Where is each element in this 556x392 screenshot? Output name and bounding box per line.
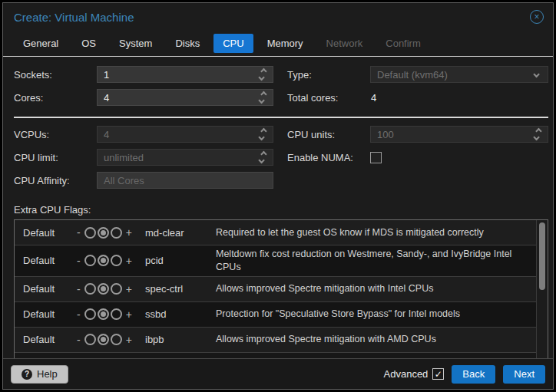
sockets-field [97,66,273,83]
flag-name: ssbd [145,308,216,320]
tab-system[interactable]: System [110,34,161,53]
vcpus-label: VCPUs: [14,129,97,140]
back-button[interactable]: Back [452,365,495,384]
advanced-label: Advanced [384,368,429,380]
plus-icon[interactable]: + [124,308,134,321]
slider-default-option[interactable] [98,255,109,266]
flag-row-pcid: Default - + pcid Meltdown fix cost reduc… [15,245,536,277]
spinner-down-icon [258,157,264,163]
flag-tri-state-slider: - + [74,226,145,239]
tab-general[interactable]: General [14,34,68,53]
minus-icon[interactable]: - [74,226,83,239]
cpu-limit-input [98,152,253,163]
sockets-label: Sockets: [14,69,97,81]
close-icon[interactable]: × [530,10,544,24]
flag-row-spec-ctrl: Default - + spec-ctrl Allows improved Sp… [15,277,536,302]
tab-memory[interactable]: Memory [258,34,313,53]
flag-tri-state-slider: - + [74,334,145,346]
minus-icon[interactable]: - [74,308,83,321]
flag-name: spec-ctrl [145,283,216,295]
plus-icon[interactable]: + [124,334,134,346]
help-button[interactable]: ? Help [11,365,68,384]
slider-default-option[interactable] [98,308,109,320]
minus-icon[interactable]: - [74,255,83,267]
flag-tri-state-slider: - + [74,308,145,321]
vcpus-spinner [253,127,273,142]
slider-on-option[interactable] [111,255,122,266]
slider-default-option[interactable] [98,283,109,295]
flag-value: Default [15,255,74,266]
cpu-form: Sockets: Cores: [3,57,553,361]
slider-off-option[interactable] [84,283,96,295]
advanced-section-divider [14,117,548,118]
cpu-units-spinner [528,127,548,142]
tab-os[interactable]: OS [72,34,105,53]
flag-row-md-clear: Default - + md-clear Required to let the… [15,220,536,245]
slider-default-option[interactable] [98,334,109,345]
plus-icon[interactable]: + [124,255,134,267]
spinner-down-icon[interactable] [258,97,264,104]
cpu-units-input [371,129,528,140]
spinner-down-icon[interactable] [258,74,264,81]
cpu-affinity-label: CPU Affinity: [14,175,97,186]
flag-description: Allows improved Spectre mitigation with … [216,333,536,346]
minus-icon[interactable]: - [74,283,83,295]
flag-name: md-clear [145,227,216,239]
slider-on-option[interactable] [111,334,122,345]
cpu-units-label: CPU units: [287,129,370,140]
vcpus-input [98,129,253,140]
sockets-spinner[interactable] [253,67,273,82]
cores-spinner[interactable] [253,90,273,105]
flag-row-ssbd: Default - + ssbd Protection for "Specula… [15,302,536,328]
spinner-down-icon [258,134,264,140]
plus-icon[interactable]: + [124,226,134,239]
type-label: Type: [287,69,370,81]
slider-default-option[interactable] [98,227,109,239]
enable-numa-checkbox[interactable] [370,152,382,163]
flag-value: Default [15,308,74,320]
slider-off-option[interactable] [84,308,96,320]
slider-off-option[interactable] [84,227,96,239]
slider-off-option[interactable] [84,334,96,345]
cpu-affinity-field [97,172,273,189]
cpu-limit-spinner [253,150,273,165]
advanced-checkbox[interactable]: ✓ [432,368,444,380]
minus-icon[interactable]: - [74,334,83,346]
plus-icon[interactable]: + [124,283,134,295]
cpu-affinity-input[interactable] [98,175,273,186]
scrollbar-thumb[interactable] [539,222,545,290]
total-cores-label: Total cores: [287,92,370,104]
flag-value: Default [15,334,74,345]
flag-name: pcid [145,255,216,266]
next-button[interactable]: Next [503,365,545,384]
create-vm-dialog: Create: Virtual Machine × General OS Sys… [2,2,554,390]
slider-off-option[interactable] [84,255,96,266]
tab-network: Network [317,34,372,53]
slider-on-option[interactable] [111,227,122,239]
help-question-icon: ? [22,369,32,380]
chevron-down-icon [528,72,548,77]
flag-name: ibpb [145,334,216,345]
sockets-input[interactable] [98,69,253,81]
slider-on-option[interactable] [111,308,122,320]
flag-row-ibpb: Default - + ibpb Allows improved Spectre… [15,328,536,353]
cpu-limit-label: CPU limit: [14,152,97,163]
flag-value: Default [15,283,74,295]
help-button-label: Help [37,368,58,380]
tab-cpu[interactable]: CPU [213,34,253,53]
total-cores-value: 4 [370,92,376,104]
slider-on-option[interactable] [111,283,122,295]
flags-table-scrollbar[interactable] [536,220,548,361]
chevron-down-icon [533,71,539,77]
extra-cpu-flags-label: Extra CPU Flags: [14,204,548,216]
tab-disks[interactable]: Disks [166,34,209,53]
type-select [371,69,528,81]
flag-value: Default [15,227,74,239]
enable-numa-label: Enable NUMA: [287,152,370,163]
cpu-limit-field [97,149,273,166]
tab-confirm: Confirm [376,34,430,53]
flag-description: Required to let the guest OS know if MDS… [216,226,536,239]
cores-input[interactable] [98,92,253,104]
cpu-units-field [370,126,548,143]
flag-description: Meltdown fix cost reduction on Westmere,… [216,248,536,274]
